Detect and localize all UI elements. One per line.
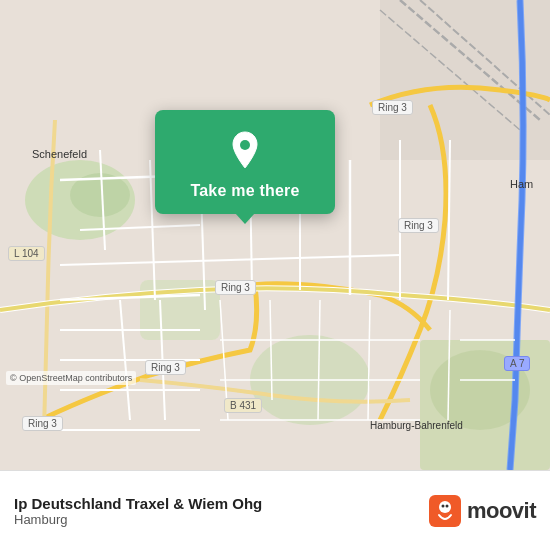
l104-label: L 104 bbox=[8, 246, 45, 261]
place-subtitle: Hamburg bbox=[14, 512, 262, 527]
ring3-right-label: Ring 3 bbox=[398, 218, 439, 233]
info-left: Ip Deutschland Traxel & Wiem Ohg Hamburg bbox=[14, 495, 262, 527]
svg-point-43 bbox=[445, 504, 448, 507]
ring3-bot-left-label: Ring 3 bbox=[22, 416, 63, 431]
svg-point-42 bbox=[441, 504, 444, 507]
map-attribution: © OpenStreetMap contributors bbox=[6, 371, 136, 385]
moovit-logo: moovit bbox=[429, 495, 536, 527]
place-title: Ip Deutschland Traxel & Wiem Ohg bbox=[14, 495, 262, 512]
svg-point-41 bbox=[439, 501, 451, 513]
ham-label: Ham bbox=[510, 178, 533, 190]
svg-point-39 bbox=[240, 140, 250, 150]
moovit-mascot-icon bbox=[429, 495, 461, 527]
map-container: Schenefeld Hamburg-Bahrenfeld Ham Ring 3… bbox=[0, 0, 550, 470]
info-bar: Ip Deutschland Traxel & Wiem Ohg Hamburg… bbox=[0, 470, 550, 550]
location-pin-icon bbox=[223, 128, 267, 172]
schenefeld-label: Schenefeld bbox=[32, 148, 87, 160]
a7-label: A 7 bbox=[504, 356, 530, 371]
popup-card: Take me there bbox=[155, 110, 335, 214]
hamburg-bahrenfeld-label: Hamburg-Bahrenfeld bbox=[370, 420, 463, 431]
b431-label: B 431 bbox=[224, 398, 262, 413]
moovit-text: moovit bbox=[467, 498, 536, 524]
ring3-top-label: Ring 3 bbox=[372, 100, 413, 115]
take-me-there-button[interactable]: Take me there bbox=[190, 182, 299, 200]
ring3-mid-label: Ring 3 bbox=[215, 280, 256, 295]
ring3-bot-label: Ring 3 bbox=[145, 360, 186, 375]
